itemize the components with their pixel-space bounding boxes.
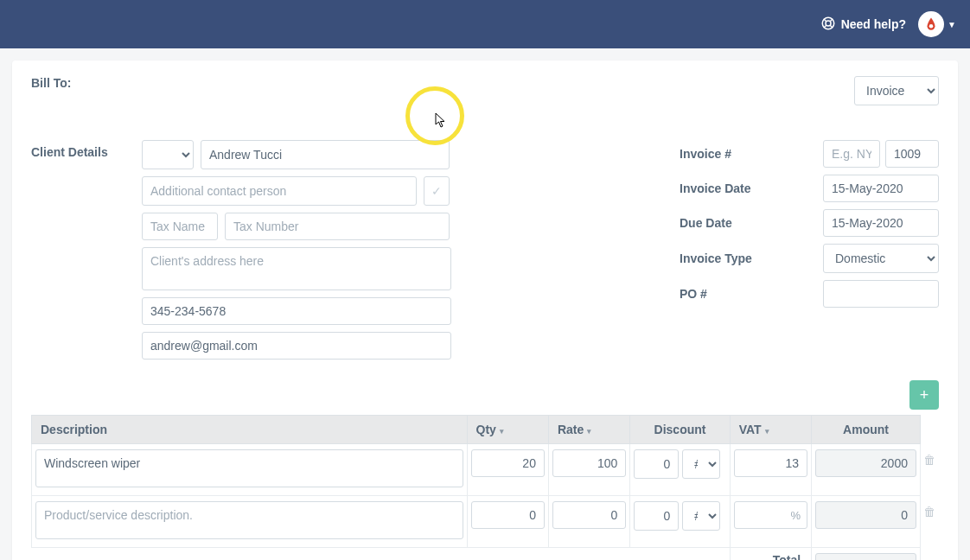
line-description-input[interactable] — [35, 501, 463, 539]
need-help-link[interactable]: Need help? — [820, 16, 906, 34]
line-vat-input[interactable] — [734, 449, 807, 477]
line-qty-input[interactable] — [471, 501, 545, 529]
line-vat-input[interactable] — [734, 501, 807, 529]
svg-point-6 — [929, 24, 934, 29]
svg-line-4 — [823, 25, 826, 28]
svg-line-5 — [830, 25, 833, 28]
line-description-input[interactable] — [35, 449, 463, 487]
user-menu[interactable]: ▼ — [918, 11, 956, 37]
invoice-type-select[interactable]: Domestic — [823, 244, 939, 273]
line-amount-output — [815, 449, 916, 477]
chevron-down-icon: ▼ — [948, 20, 956, 29]
due-date-input[interactable] — [823, 209, 939, 237]
trash-icon[interactable]: 🗑 — [923, 505, 935, 519]
due-date-label: Due Date — [680, 216, 732, 230]
line-discount-input[interactable] — [634, 501, 679, 531]
col-amount: Amount — [812, 416, 921, 444]
client-details-label: Client Details — [31, 140, 126, 360]
bill-to-label: Bill To: — [31, 76, 71, 90]
invoice-type-label: Invoice Type — [680, 251, 752, 265]
client-phone-input[interactable] — [142, 297, 451, 325]
trash-icon[interactable]: 🗑 — [923, 453, 935, 467]
total-amount — [815, 553, 916, 560]
contact-person-input[interactable] — [142, 176, 417, 206]
invoice-num-label: Invoice # — [680, 147, 731, 161]
col-description: Description — [32, 416, 468, 444]
tax-number-input[interactable] — [225, 213, 450, 240]
contact-person-confirm[interactable]: ✓ — [424, 176, 450, 206]
plus-icon: + — [920, 386, 929, 404]
chevron-down-icon: ▾ — [587, 427, 591, 436]
chevron-down-icon: ▾ — [765, 427, 769, 436]
chevron-down-icon: ▾ — [500, 427, 504, 436]
line-row: #%🗑 — [32, 496, 939, 548]
need-help-label: Need help? — [841, 17, 906, 31]
client-title-select[interactable] — [142, 140, 194, 169]
line-discount-type-select[interactable]: # — [682, 501, 720, 531]
po-label: PO # — [680, 287, 707, 301]
invoice-date-label: Invoice Date — [680, 181, 750, 195]
svg-line-3 — [830, 18, 833, 21]
line-qty-input[interactable] — [471, 449, 545, 477]
lifebuoy-icon — [820, 16, 836, 34]
invoice-date-input[interactable] — [823, 175, 939, 202]
add-line-button[interactable]: + — [909, 380, 939, 410]
total-label: Total — [730, 548, 811, 561]
col-discount: Discount — [630, 416, 730, 444]
client-email-input[interactable] — [142, 332, 451, 360]
client-name-input[interactable] — [201, 140, 450, 169]
col-rate[interactable]: Rate▾ — [548, 416, 629, 444]
svg-point-1 — [826, 21, 831, 26]
invoice-number-input[interactable] — [885, 140, 939, 168]
invoice-prefix-input[interactable] — [823, 140, 880, 168]
line-discount-input[interactable] — [634, 449, 679, 479]
line-amount-output — [815, 501, 916, 529]
line-row: #🗑 — [32, 444, 939, 496]
client-address-input[interactable] — [142, 247, 451, 290]
col-qty[interactable]: Qty▾ — [467, 416, 548, 444]
tax-name-input[interactable] — [142, 213, 218, 240]
po-number-input[interactable] — [823, 280, 939, 308]
check-icon: ✓ — [431, 184, 442, 198]
col-vat[interactable]: VAT▾ — [730, 416, 811, 444]
line-rate-input[interactable] — [552, 449, 626, 477]
line-discount-type-select[interactable]: # — [682, 449, 720, 479]
document-type-select[interactable]: Invoice — [854, 76, 939, 105]
svg-line-2 — [823, 18, 826, 21]
avatar — [918, 11, 944, 37]
line-rate-input[interactable] — [552, 501, 626, 529]
